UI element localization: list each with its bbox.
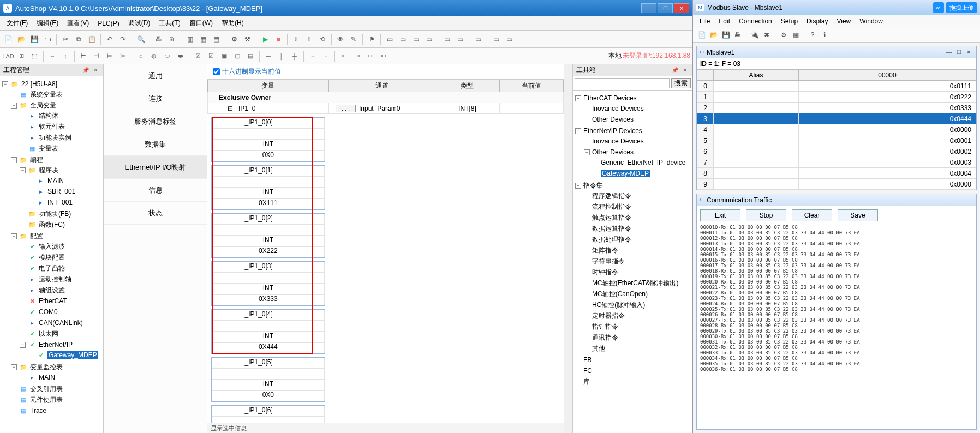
monitor-icon[interactable]: 👁 bbox=[334, 33, 346, 45]
toolbox-item[interactable]: 定时器指令 bbox=[584, 311, 691, 321]
toolbox-item[interactable]: 其他 bbox=[584, 344, 691, 353]
grp1-icon[interactable]: ▭ bbox=[384, 33, 396, 45]
toolbox-item[interactable]: 时钟指令 bbox=[584, 267, 691, 277]
tree-item[interactable]: ▦变量表 bbox=[20, 143, 102, 153]
toolbox-item[interactable]: −EtherNet/IP Devices bbox=[575, 126, 691, 136]
hex-checkbox[interactable] bbox=[213, 68, 220, 75]
menu-item[interactable]: View bbox=[832, 17, 855, 25]
new-icon[interactable]: 📄 bbox=[696, 29, 707, 40]
ex4-icon[interactable]: ↤ bbox=[377, 50, 389, 62]
tree-item[interactable]: ▸轴组设置 bbox=[20, 285, 102, 295]
link1-icon[interactable]: ─ bbox=[262, 50, 274, 62]
coil4-icon[interactable]: ⬬ bbox=[174, 50, 186, 62]
toolbox-item[interactable]: MC轴控(EtherCAT&脉冲输出) bbox=[584, 278, 691, 288]
toolbox-item[interactable]: 流程控制指令 bbox=[584, 202, 691, 212]
toolbox-item[interactable]: Inovance Devices bbox=[584, 104, 691, 113]
tree-item[interactable]: ▸MAIN bbox=[20, 372, 102, 382]
run-icon[interactable]: ▶ bbox=[259, 33, 271, 45]
toolbox-item[interactable]: HC轴控(脉冲输入) bbox=[584, 300, 691, 310]
sym1-icon[interactable]: ⊞ bbox=[15, 50, 27, 62]
comm-log[interactable]: 000010-Rx:01 03 00 00 00 07 B5 C8 000011… bbox=[697, 225, 976, 429]
stop-button[interactable]: Stop bbox=[746, 209, 786, 221]
tool-c-icon[interactable]: ⟲ bbox=[316, 33, 328, 45]
config-nav-item[interactable]: 连接 bbox=[104, 87, 207, 110]
window1-icon[interactable]: ▥ bbox=[184, 33, 196, 45]
tree-item[interactable]: ▸SBR_001 bbox=[28, 187, 102, 196]
tree-item[interactable]: ✔模块配置 bbox=[20, 252, 102, 262]
tree-item[interactable]: ✔Gateway_MDEP bbox=[28, 350, 102, 360]
toolbox-item[interactable]: 数据处理指令 bbox=[584, 234, 691, 244]
menu-item[interactable]: Setup bbox=[776, 17, 802, 25]
open-icon[interactable]: 📂 bbox=[15, 33, 27, 45]
disconnect-icon[interactable]: ✖ bbox=[761, 29, 772, 40]
io-grid[interactable]: 变量通道类型当前值Exclusive Owner⊟ _IP1_0. . .Inp… bbox=[207, 80, 564, 423]
tool-a-icon[interactable]: ⇩ bbox=[290, 33, 302, 45]
contact4-icon[interactable]: ⊫ bbox=[117, 50, 129, 62]
menu-item[interactable]: 调试(D) bbox=[124, 17, 155, 29]
link3-icon[interactable]: ┼ bbox=[289, 50, 301, 62]
clear-button[interactable]: Clear bbox=[792, 209, 832, 221]
config-nav-item[interactable]: 通用 bbox=[104, 64, 207, 87]
ex1-icon[interactable]: ⇤ bbox=[338, 50, 350, 62]
arrow-d-icon[interactable]: ↕ bbox=[59, 50, 71, 62]
project-tree[interactable]: −📁22 [H5U-A8]▦系统变量表−📁全局变量▸结构体▸软元件表▸功能块实例… bbox=[0, 76, 103, 433]
close-button[interactable]: ✕ bbox=[674, 3, 689, 13]
print-icon[interactable]: 🖶 bbox=[732, 29, 743, 40]
config-nav-item[interactable]: 信息 bbox=[104, 179, 207, 202]
arrow-r-icon[interactable]: ↔ bbox=[46, 50, 58, 62]
func1-icon[interactable]: ☒ bbox=[192, 50, 204, 62]
vscrollbar[interactable] bbox=[564, 64, 572, 433]
tree-item[interactable]: −📁程序块 bbox=[20, 165, 102, 175]
toolbox-search-button[interactable]: 搜索 bbox=[671, 78, 691, 88]
grp4-icon[interactable]: ▭ bbox=[423, 33, 435, 45]
menu-item[interactable]: 文件(F) bbox=[2, 17, 32, 29]
close-icon[interactable]: ✕ bbox=[964, 49, 973, 56]
menu-item[interactable]: Display bbox=[802, 17, 832, 25]
connect-icon[interactable]: 🔌 bbox=[749, 29, 760, 40]
tree-item[interactable]: −📁编程 bbox=[11, 155, 102, 165]
cloud-icon[interactable]: ∞ bbox=[933, 2, 944, 13]
contact3-icon[interactable]: ⊨ bbox=[104, 50, 116, 62]
tree-root[interactable]: −📁22 [H5U-A8] bbox=[2, 79, 102, 89]
link2-icon[interactable]: │ bbox=[276, 50, 288, 62]
compile-icon[interactable]: ⚙ bbox=[228, 33, 240, 45]
tree-item[interactable]: 📁功能块(FB) bbox=[20, 209, 102, 219]
window2-icon[interactable]: ▦ bbox=[197, 33, 209, 45]
about-icon[interactable]: ℹ bbox=[819, 29, 830, 40]
config-nav-item[interactable]: Ethernet/IP I/O映射 bbox=[104, 156, 207, 179]
toolbox-item[interactable]: −Other Devices bbox=[584, 147, 691, 157]
zoom1-icon[interactable]: ＋ bbox=[307, 50, 319, 62]
tool-b-icon[interactable]: ⇧ bbox=[303, 33, 315, 45]
pin-icon[interactable]: 📌 bbox=[671, 66, 679, 75]
grp3-icon[interactable]: ▭ bbox=[410, 33, 422, 45]
upload-button[interactable]: 拖拽上传 bbox=[946, 2, 977, 13]
flag-icon[interactable]: ⚑ bbox=[366, 33, 378, 45]
undo-icon[interactable]: ↶ bbox=[104, 33, 116, 45]
tree-item[interactable]: ▦元件使用表 bbox=[11, 395, 102, 405]
toolbox-item[interactable]: 数据运算指令 bbox=[584, 224, 691, 233]
open-icon[interactable]: 📂 bbox=[708, 29, 719, 40]
config-nav-item[interactable]: 服务消息标签 bbox=[104, 110, 207, 133]
tree-item[interactable]: ▸结构体 bbox=[20, 111, 102, 121]
menu-item[interactable]: 查看(V) bbox=[63, 17, 93, 29]
tree-item[interactable]: ✖EtherCAT bbox=[20, 296, 102, 306]
setup-icon[interactable]: ▦ bbox=[790, 29, 801, 40]
grp9-icon[interactable]: ▭ bbox=[503, 33, 515, 45]
func2-icon[interactable]: ☑ bbox=[205, 50, 217, 62]
zoom2-icon[interactable]: － bbox=[320, 50, 332, 62]
tree-item[interactable]: −📁配置 bbox=[11, 231, 102, 241]
build-icon[interactable]: ⚒ bbox=[241, 33, 253, 45]
menu-item[interactable]: Connection bbox=[734, 17, 776, 25]
tree-item[interactable]: −✔EtherNet/IP bbox=[20, 340, 102, 350]
save-icon[interactable]: 💾 bbox=[28, 33, 40, 45]
menu-item[interactable]: Window bbox=[855, 17, 887, 25]
tree-item[interactable]: −📁变量监控表 bbox=[11, 362, 102, 372]
toolbox-item[interactable]: Inovance Devices bbox=[584, 136, 691, 146]
toolbox-item[interactable]: 触点运算指令 bbox=[584, 213, 691, 222]
toolbox-item[interactable]: FC bbox=[575, 366, 691, 376]
grp2-icon[interactable]: ▭ bbox=[397, 33, 409, 45]
redo-icon[interactable]: ↷ bbox=[117, 33, 129, 45]
cut-icon[interactable]: ✂ bbox=[59, 33, 71, 45]
toolbox-item[interactable]: 库 bbox=[575, 377, 691, 387]
tree-item[interactable]: ✔电子凸轮 bbox=[20, 263, 102, 273]
